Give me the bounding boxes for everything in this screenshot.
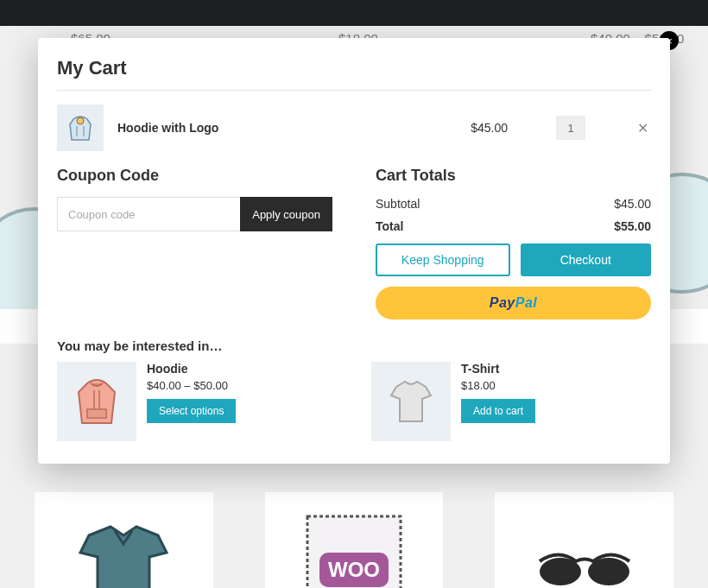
divider bbox=[57, 90, 651, 91]
add-to-cart-button[interactable]: Add to cart bbox=[461, 399, 535, 423]
cart-item-price: $45.00 bbox=[456, 121, 508, 135]
paypal-button[interactable]: PayPal bbox=[376, 287, 651, 319]
svg-point-5 bbox=[77, 117, 84, 124]
modal-overlay: × My Cart Hoodie with Logo $45.00 1 ✕ Co… bbox=[0, 0, 708, 588]
interest-heading: You may be interested in… bbox=[57, 338, 651, 353]
cart-item-thumb[interactable] bbox=[57, 104, 104, 151]
recommendation-thumb[interactable] bbox=[371, 362, 451, 441]
total-row: Total $55.00 bbox=[376, 219, 651, 233]
cart-modal: My Cart Hoodie with Logo $45.00 1 ✕ Coup… bbox=[38, 38, 670, 464]
cart-item-qty-input[interactable]: 1 bbox=[556, 116, 585, 140]
select-options-button[interactable]: Select options bbox=[147, 399, 236, 423]
total-value: $55.00 bbox=[614, 219, 651, 233]
cart-totals-heading: Cart Totals bbox=[376, 167, 651, 185]
hoodie-logo-icon bbox=[63, 111, 98, 145]
recommendation-thumb[interactable] bbox=[57, 362, 136, 441]
hoodie-icon bbox=[66, 371, 127, 432]
subtotal-label: Subtotal bbox=[376, 197, 420, 211]
checkout-button[interactable]: Checkout bbox=[521, 243, 652, 276]
total-label: Total bbox=[376, 219, 403, 233]
recommendation-item: Hoodie $40.00 – $50.00 Select options bbox=[57, 362, 337, 441]
paypal-pal-text: Pal bbox=[515, 295, 538, 311]
cart-item-row: Hoodie with Logo $45.00 1 ✕ bbox=[57, 104, 651, 151]
subtotal-row: Subtotal $45.00 bbox=[376, 197, 651, 211]
keep-shopping-button[interactable]: Keep Shopping bbox=[376, 243, 510, 276]
cart-item-name[interactable]: Hoodie with Logo bbox=[117, 121, 442, 135]
paypal-pay-text: Pay bbox=[490, 295, 515, 311]
subtotal-value: $45.00 bbox=[614, 197, 651, 211]
tshirt-icon bbox=[381, 371, 441, 432]
recommendation-price: $40.00 – $50.00 bbox=[147, 379, 236, 392]
recommendation-item: T-Shirt $18.00 Add to cart bbox=[371, 362, 651, 441]
coupon-code-input[interactable] bbox=[57, 197, 240, 231]
recommendation-name[interactable]: Hoodie bbox=[147, 362, 236, 376]
remove-icon: ✕ bbox=[637, 121, 648, 136]
cart-title: My Cart bbox=[57, 57, 651, 79]
svg-rect-6 bbox=[87, 409, 106, 418]
remove-item-button[interactable]: ✕ bbox=[634, 120, 651, 136]
recommendation-price: $18.00 bbox=[461, 379, 535, 392]
apply-coupon-button[interactable]: Apply coupon bbox=[240, 197, 332, 231]
coupon-heading: Coupon Code bbox=[57, 167, 332, 185]
recommendation-name[interactable]: T-Shirt bbox=[461, 362, 535, 376]
